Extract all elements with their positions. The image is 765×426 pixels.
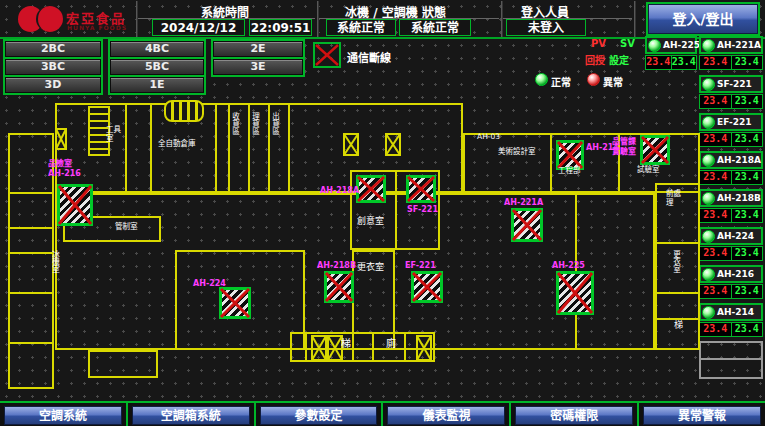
unit-values-ef-221: 23.4 23.4	[699, 132, 763, 147]
unit-row-ah-218a[interactable]: AH-218A	[699, 151, 763, 169]
marker-label: 實驗室	[612, 147, 636, 156]
login-logout-button[interactable]: 登入/登出	[648, 4, 758, 34]
pv-value: 23.4	[700, 247, 732, 260]
room-label-warehouse: 全自動倉庫	[158, 140, 196, 149]
room-label-locker2: 更衣室	[671, 250, 680, 273]
plan-wall	[215, 103, 217, 193]
sv-value: 23.4	[732, 95, 763, 108]
footer-cell: 儀表監視	[383, 403, 511, 426]
unit-name: SF-221	[717, 79, 752, 89]
plan-wall	[352, 332, 354, 362]
pv-value: 23.4	[700, 133, 732, 146]
plan-wall	[372, 332, 374, 362]
marker-label: AH-216	[48, 169, 81, 178]
footer-cell: 空調系統	[0, 403, 128, 426]
setting-legend: 設定	[609, 52, 629, 67]
unit-values-ah-221a: 23.4 23.4	[699, 55, 763, 70]
unit-row-ah-218b[interactable]: AH-218B	[699, 189, 763, 207]
machine-status-label: 冰機 / 空調機 狀態	[345, 3, 446, 20]
unit-led-icon	[702, 154, 715, 167]
marker-label: AH-218A	[320, 186, 359, 195]
header-divider	[501, 1, 503, 37]
marker-room-label: 品檢室	[48, 159, 72, 168]
plan-wall	[8, 292, 54, 294]
login-status-value: 未登入	[506, 19, 586, 36]
ahu-marker-ah-221a[interactable]	[511, 208, 543, 242]
sv-legend: SV	[620, 38, 635, 49]
abnormal-legend-label: 異常	[603, 74, 623, 89]
unit-name: EF-221	[717, 117, 752, 127]
system-time-value: 22:09:51	[249, 19, 312, 36]
sv-value: 23.4	[732, 323, 763, 336]
meter-monitor-button[interactable]: 儀表監視	[387, 406, 505, 425]
unit-led-icon	[702, 230, 715, 243]
hvac-system-button[interactable]: 空調系統	[4, 406, 122, 425]
unit-row-ah-216[interactable]: AH-216	[699, 265, 763, 283]
floor-button-3bc[interactable]: 3BC	[5, 59, 101, 75]
unit-row-ah-214[interactable]: AH-214	[699, 303, 763, 321]
ahu-marker-lab[interactable]	[640, 135, 670, 165]
plan-wall	[655, 242, 700, 244]
logo: 宏亞食品 HUNYA FOODS	[8, 2, 133, 36]
room-label-tool: 工具室	[106, 126, 124, 143]
marker-label: AH-225	[552, 261, 585, 270]
floor-button-3e[interactable]: 3E	[213, 59, 303, 75]
parameter-settings-button[interactable]: 參數設定	[260, 406, 378, 425]
unit-led-icon	[648, 39, 661, 52]
ahu-system-button[interactable]: 空調箱系統	[132, 406, 250, 425]
normal-legend-label: 正常	[551, 74, 571, 89]
plan-wall	[305, 332, 307, 362]
unit-values-ah-225: 23.4 23.4	[645, 55, 697, 70]
unit-row-ah-221a[interactable]: AH-221A	[699, 36, 763, 54]
ahu-marker-ah-216[interactable]	[57, 184, 93, 226]
normal-led-icon	[535, 73, 548, 86]
feedback-legend: 回授	[585, 52, 605, 67]
floor-button-3d[interactable]: 3D	[5, 77, 101, 93]
unit-values-sf-221: 23.4 23.4	[699, 94, 763, 109]
floor-button-2e[interactable]: 2E	[213, 41, 303, 57]
pv-legend: PV	[591, 38, 606, 49]
alarm-button[interactable]: 異常警報	[643, 406, 761, 425]
unit-name: AH-218B	[717, 193, 761, 203]
ahu-marker-ah-224[interactable]	[219, 287, 251, 319]
ahu-marker-sf-221[interactable]	[406, 175, 436, 203]
floor-button-5bc[interactable]: 5BC	[110, 59, 204, 75]
marker-label: AH-221A	[504, 198, 543, 207]
stair-x-icon	[343, 133, 359, 156]
ahu-marker-ah-225[interactable]	[556, 271, 594, 315]
plan-wall	[288, 103, 290, 193]
room-label-control: 管制室	[115, 223, 138, 232]
unit-led-icon	[702, 268, 715, 281]
marker-label: AH-218B	[317, 261, 356, 270]
floor-button-4bc[interactable]: 4BC	[110, 41, 204, 57]
floor-button-2bc[interactable]: 2BC	[5, 41, 101, 57]
unit-led-icon	[702, 116, 715, 129]
ahu-marker-ah-218b[interactable]	[324, 271, 354, 303]
unit-row-sf-221[interactable]: SF-221	[699, 75, 763, 93]
unit-row-ah-225[interactable]: AH-225	[645, 36, 697, 54]
pv-value: 23.4	[700, 95, 732, 108]
plan-wall	[8, 252, 54, 254]
unit-row-ah-224[interactable]: AH-224	[699, 227, 763, 245]
login-user-label: 登入人員	[521, 3, 569, 20]
marker-label: SF-221	[407, 205, 438, 214]
header-divider	[317, 1, 319, 37]
footer-bar: 空調系統 空調箱系統 參數設定 儀表監視 密碼權限 異常警報	[0, 401, 765, 426]
ahu-marker-ah-218a[interactable]	[356, 175, 386, 203]
room-label-stair-bottom: 梯	[341, 340, 351, 349]
floor-button-1e[interactable]: 1E	[110, 77, 204, 93]
stair-x-icon	[55, 128, 67, 150]
pv-value: 23.4	[700, 56, 732, 69]
footer-cell: 空調箱系統	[128, 403, 256, 426]
unit-row-ef-221[interactable]: EF-221	[699, 113, 763, 131]
sv-value: 23.4	[672, 56, 697, 69]
password-auth-button[interactable]: 密碼權限	[515, 406, 633, 425]
room-label-pretreat: 前處理	[666, 190, 684, 207]
unit-values-ah-218a: 23.4 23.4	[699, 170, 763, 185]
ahu-status-value: 系統正常	[399, 19, 471, 36]
plan-wall	[125, 103, 127, 193]
plan-wall	[150, 103, 152, 193]
room-label-engineering: 工程部	[558, 167, 581, 176]
plan-wall	[655, 292, 700, 294]
ahu-marker-ef-221[interactable]	[411, 271, 443, 303]
